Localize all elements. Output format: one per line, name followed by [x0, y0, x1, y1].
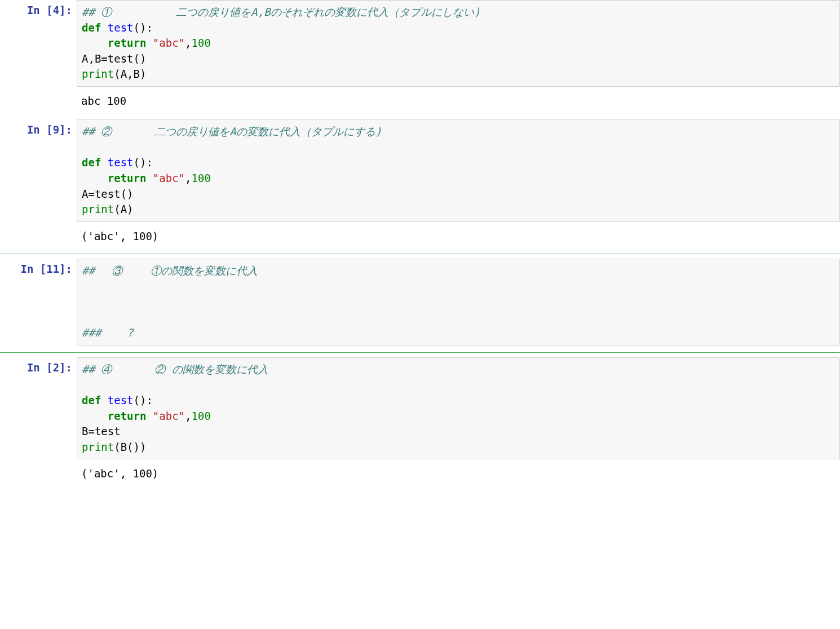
input-prompt: In [2]: [0, 357, 77, 459]
input-prompt: In [4]: [0, 0, 77, 87]
output-prompt [0, 90, 77, 112]
output-cell: ('abc', 100) [0, 463, 840, 485]
output-cell: abc 100 [0, 90, 840, 112]
code-cell: In [4]:## ① 二つの戻り値をA,Bのそれぞれの変数に代入（タプルにしな… [0, 0, 840, 87]
output-prompt [0, 225, 77, 247]
output-text: ('abc', 100) [77, 463, 840, 485]
code-cell: In [2]:## ④ ② の関数を変数に代入 def test(): retu… [0, 357, 840, 459]
code-input-area[interactable]: ## ④ ② の関数を変数に代入 def test(): return "abc… [77, 357, 840, 459]
code-text[interactable]: ## ③ ①の関数を変数に代入 ### ? [82, 263, 835, 341]
output-cell: ('abc', 100) [0, 225, 840, 247]
output-text: abc 100 [77, 90, 840, 112]
prompt-label: In [9]: [27, 123, 72, 136]
code-text[interactable]: ## ① 二つの戻り値をA,Bのそれぞれの変数に代入（タプルにしない) def … [82, 5, 835, 82]
code-input-area[interactable]: ## ① 二つの戻り値をA,Bのそれぞれの変数に代入（タプルにしない) def … [77, 0, 840, 87]
code-input-area[interactable]: ## ③ ①の関数を変数に代入 ### ? [77, 259, 840, 345]
prompt-label: In [2]: [27, 361, 72, 374]
code-cell: In [11]:## ③ ①の関数を変数に代入 ### ? [0, 259, 840, 345]
prompt-label: In [11]: [20, 263, 72, 275]
input-prompt: In [9]: [0, 119, 77, 222]
code-input-area[interactable]: ## ② 二つの戻り値をAの変数に代入（タプルにする) def test(): … [77, 119, 840, 222]
code-cell: In [9]:## ② 二つの戻り値をAの変数に代入（タプルにする) def t… [0, 119, 840, 222]
cell-separator [0, 352, 840, 353]
output-prompt [0, 463, 77, 485]
code-text[interactable]: ## ② 二つの戻り値をAの変数に代入（タプルにする) def test(): … [82, 124, 835, 217]
code-text[interactable]: ## ④ ② の関数を変数に代入 def test(): return "abc… [82, 362, 835, 455]
input-prompt: In [11]: [0, 259, 77, 345]
prompt-label: In [4]: [27, 4, 72, 16]
cell-separator [0, 254, 840, 254]
output-text: ('abc', 100) [77, 225, 840, 247]
